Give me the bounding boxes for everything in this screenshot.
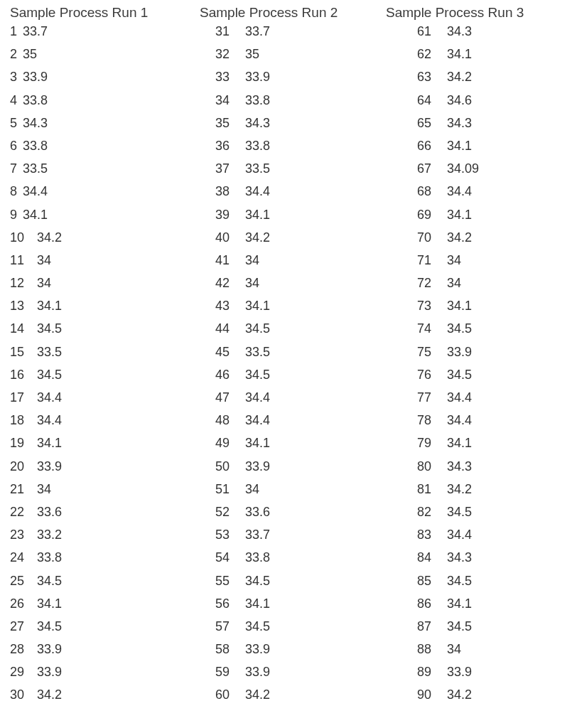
table-row: 4734.4 [195,391,386,414]
sample-number: 20 [10,460,37,473]
sample-number: 83 [417,528,447,541]
table-row: 3733.5 [195,162,386,185]
sample-value: 34.1 [245,299,270,312]
sample-value: 33.9 [245,665,270,678]
sample-value: 34 [245,277,259,289]
table-row: 235 [0,48,195,70]
table-row: 3235 [195,48,386,70]
sample-number: 28 [10,643,37,655]
table-row: 3333.9 [195,70,386,93]
sample-number: 33 [215,70,245,83]
sample-number: 13 [10,299,37,312]
sample-number: 75 [417,346,447,358]
table-row: 8933.9 [386,665,571,688]
table-row: 4934.1 [195,437,386,459]
sample-value: 34.5 [447,574,472,587]
table-row: 2634.1 [0,597,195,620]
sample-number: 69 [417,208,447,221]
sample-number: 63 [417,70,447,83]
table-row: 8434.3 [386,551,571,574]
sample-value: 33.8 [245,139,270,152]
sample-value: 33.5 [245,162,270,175]
sample-number: 80 [417,460,447,473]
sample-value: 34.5 [245,322,270,335]
sample-number: 81 [417,483,447,496]
sample-value: 34.2 [245,231,270,244]
table-row: 6934.1 [386,208,571,231]
table-row: 2233.6 [0,505,195,528]
sample-value: 34.2 [447,483,472,496]
table-row: 5734.5 [195,620,386,643]
table-row: 1734.4 [0,391,195,414]
sample-value: 34.3 [245,117,270,129]
table-row: 7934.1 [386,437,571,459]
table-row: 2033.9 [0,460,195,483]
sample-value: 34.4 [447,391,472,404]
column-run-2: Sample Process Run 2 3133.732353333.9343… [195,4,386,712]
sample-number: 52 [215,505,245,518]
sample-number: 70 [417,231,447,244]
sample-value: 33.9 [37,665,62,678]
table-row: 6134.3 [386,25,571,48]
sample-value: 34 [447,254,461,267]
sample-value: 34.1 [447,299,472,312]
sample-value: 34.4 [37,414,62,427]
table-row: 7533.9 [386,346,571,368]
table-row: 8334.4 [386,528,571,551]
sample-value: 33.9 [37,643,62,655]
table-row: 3433.8 [195,94,386,117]
table-row: 4834.4 [195,414,386,437]
sample-number: 22 [10,505,37,518]
sample-value: 33.5 [23,162,48,175]
table-row: 7334.1 [386,299,571,322]
sample-number: 43 [215,299,245,312]
sample-number: 48 [215,414,245,427]
table-row: 333.9 [0,70,195,93]
sample-number: 39 [215,208,245,221]
sample-number: 56 [215,597,245,610]
table-row: 5433.8 [195,551,386,574]
table-row: 433.8 [0,94,195,117]
sample-value: 34.5 [245,368,270,381]
table-row: 3133.7 [195,25,386,48]
sample-value: 34.4 [447,414,472,427]
sample-number: 29 [10,665,37,678]
sample-value: 34.5 [447,322,472,335]
table-row: 2833.9 [0,643,195,665]
sample-number: 77 [417,391,447,404]
table-row: 7734.4 [386,391,571,414]
sample-value: 33.2 [37,528,62,541]
sample-number: 67 [417,162,447,175]
table-row: 8734.5 [386,620,571,643]
table-row: 8834 [386,643,571,665]
table-row: 5933.9 [195,665,386,688]
sample-value: 33.9 [23,70,48,83]
sample-number: 86 [417,597,447,610]
table-row: 1533.5 [0,346,195,368]
table-row: 534.3 [0,117,195,139]
sample-number: 53 [215,528,245,541]
sample-number: 61 [417,25,447,38]
sample-value: 33.7 [245,25,270,38]
sample-number: 26 [10,597,37,610]
sample-number: 58 [215,643,245,655]
table-row: 6334.2 [386,70,571,93]
column-rows: 6134.36234.16334.26434.66534.36634.16734… [386,25,571,712]
table-row: 8634.1 [386,597,571,620]
sample-number: 66 [417,139,447,152]
table-row: 1134 [0,254,195,277]
sample-number: 79 [417,437,447,449]
sample-number: 25 [10,574,37,587]
sample-number: 8 [10,185,23,198]
column-run-1: Sample Process Run 1 133.7235333.9433.85… [0,4,195,712]
sample-number: 23 [10,528,37,541]
sample-number: 19 [10,437,37,449]
sample-value: 34.1 [37,597,62,610]
sample-number: 65 [417,117,447,129]
sample-value: 34.2 [447,231,472,244]
sample-number: 15 [10,346,37,358]
table-row: 6534.3 [386,117,571,139]
sample-number: 89 [417,665,447,678]
column-header: Sample Process Run 3 [386,4,571,25]
table-row: 633.8 [0,139,195,162]
